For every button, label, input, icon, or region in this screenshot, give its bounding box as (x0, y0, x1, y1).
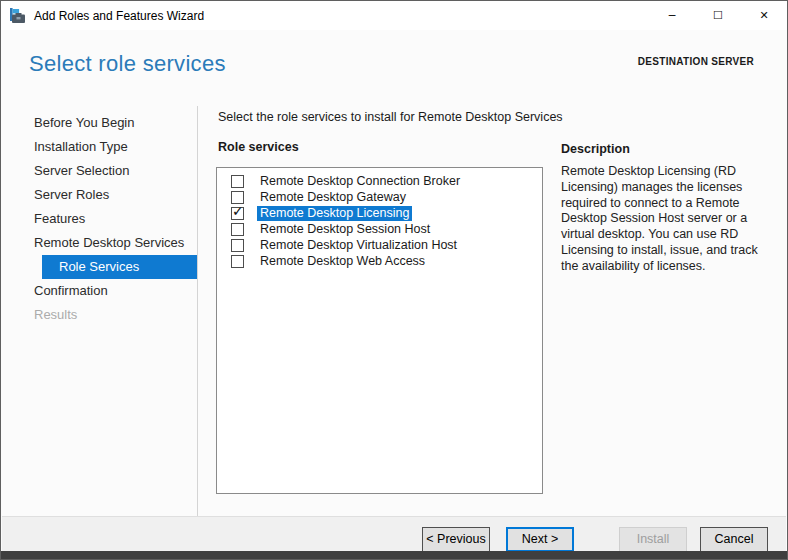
install-button[interactable]: Install (619, 527, 687, 552)
checkmark-icon: ✓ (232, 204, 244, 218)
app-icon (9, 8, 26, 24)
page-title: Select role services (29, 51, 226, 77)
nav-item-features[interactable]: Features (2, 207, 197, 231)
wizard-header: Select role services DESTINATION SERVER (2, 30, 786, 106)
destination-server-label: DESTINATION SERVER (638, 56, 754, 67)
cancel-button[interactable]: Cancel (700, 527, 768, 552)
checkbox-unchecked[interactable] (231, 255, 244, 268)
nav-item-server-roles[interactable]: Server Roles (2, 183, 197, 207)
list-item[interactable]: Remote Desktop Session Host (217, 221, 542, 237)
wizard-steps-nav: Before You Begin Installation Type Serve… (2, 111, 197, 327)
maximize-button[interactable]: ☐ (695, 1, 741, 30)
nav-item-results: Results (2, 303, 197, 327)
nav-separator (197, 106, 198, 516)
close-button[interactable]: ✕ (741, 1, 787, 30)
checkbox-unchecked[interactable] (231, 223, 244, 236)
description-title: Description (561, 142, 630, 156)
nav-item-before-you-begin[interactable]: Before You Begin (2, 111, 197, 135)
list-item[interactable]: Remote Desktop Virtualization Host (217, 237, 542, 253)
window-controls: ─ ☐ ✕ (649, 1, 787, 30)
list-item-selected[interactable]: ✓ Remote Desktop Licensing (217, 205, 542, 221)
role-services-listbox: Remote Desktop Connection Broker Remote … (216, 167, 543, 494)
nav-item-role-services[interactable]: Role Services (42, 255, 197, 279)
footer-bar: < Previous Next > Install Cancel (2, 516, 786, 553)
next-button[interactable]: Next > (506, 527, 574, 552)
previous-button[interactable]: < Previous (422, 527, 490, 552)
nav-item-remote-desktop-services[interactable]: Remote Desktop Services (2, 231, 197, 255)
nav-item-confirmation[interactable]: Confirmation (2, 279, 197, 303)
checkbox-unchecked[interactable] (231, 175, 244, 188)
nav-item-installation-type[interactable]: Installation Type (2, 135, 197, 159)
nav-item-server-selection[interactable]: Server Selection (2, 159, 197, 183)
checkbox-checked[interactable]: ✓ (231, 207, 244, 220)
description-body: Remote Desktop Licensing (RD Licensing) … (561, 164, 775, 275)
role-services-label: Role services (218, 140, 299, 154)
window-bottom-edge (1, 551, 787, 559)
checkbox-unchecked[interactable] (231, 239, 244, 252)
wizard-window: Add Roles and Features Wizard ─ ☐ ✕ Sele… (0, 0, 788, 560)
list-item[interactable]: Remote Desktop Gateway (217, 189, 542, 205)
instruction-text: Select the role services to install for … (218, 110, 563, 124)
list-item[interactable]: Remote Desktop Web Access (217, 253, 542, 269)
checkbox-unchecked[interactable] (231, 191, 244, 204)
list-item[interactable]: Remote Desktop Connection Broker (217, 173, 542, 189)
minimize-button[interactable]: ─ (649, 1, 695, 30)
title-bar: Add Roles and Features Wizard ─ ☐ ✕ (1, 1, 787, 30)
window-title: Add Roles and Features Wizard (34, 9, 204, 23)
